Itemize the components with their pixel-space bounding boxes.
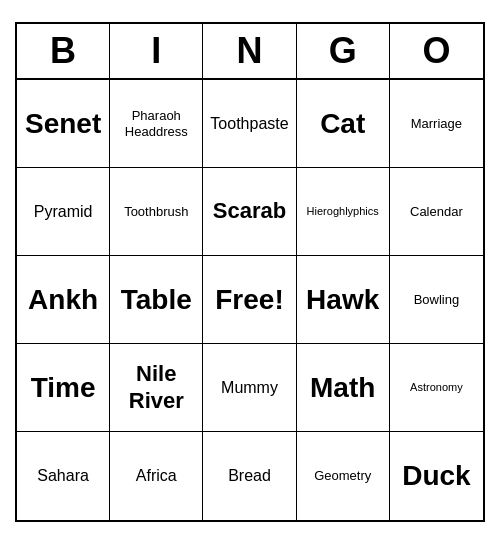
bingo-grid: SenetPharaoh HeaddressToothpasteCatMarri… (17, 80, 483, 520)
cell-text: Table (121, 283, 192, 317)
cell-text: Sahara (37, 466, 89, 485)
bingo-cell: Mummy (203, 344, 296, 432)
bingo-cell: Calendar (390, 168, 483, 256)
cell-text: Astronomy (410, 381, 463, 394)
bingo-cell: Hieroghlyphics (297, 168, 390, 256)
bingo-letter: N (203, 24, 296, 78)
cell-text: Ankh (28, 283, 98, 317)
bingo-cell: Marriage (390, 80, 483, 168)
cell-text: Calendar (410, 204, 463, 220)
bingo-cell: Time (17, 344, 110, 432)
bingo-cell: Senet (17, 80, 110, 168)
cell-text: Marriage (411, 116, 462, 132)
cell-text: Mummy (221, 378, 278, 397)
cell-text: Africa (136, 466, 177, 485)
cell-text: Free! (215, 283, 283, 317)
bingo-cell: Cat (297, 80, 390, 168)
cell-text: Senet (25, 107, 101, 141)
bingo-letter: B (17, 24, 110, 78)
bingo-cell: Astronomy (390, 344, 483, 432)
cell-text: Pyramid (34, 202, 93, 221)
bingo-cell: Math (297, 344, 390, 432)
cell-text: Hieroghlyphics (307, 205, 379, 218)
cell-text: Nile River (114, 361, 198, 414)
cell-text: Cat (320, 107, 365, 141)
bingo-cell: Sahara (17, 432, 110, 520)
bingo-cell: Duck (390, 432, 483, 520)
bingo-cell: Nile River (110, 344, 203, 432)
cell-text: Duck (402, 459, 470, 493)
bingo-cell: Toothpaste (203, 80, 296, 168)
bingo-cell: Pyramid (17, 168, 110, 256)
bingo-cell: Toothbrush (110, 168, 203, 256)
cell-text: Toothpaste (210, 114, 288, 133)
bingo-cell: Geometry (297, 432, 390, 520)
bingo-cell: Scarab (203, 168, 296, 256)
bingo-cell: Free! (203, 256, 296, 344)
bingo-cell: Ankh (17, 256, 110, 344)
cell-text: Scarab (213, 198, 286, 224)
bingo-cell: Bowling (390, 256, 483, 344)
bingo-letter: G (297, 24, 390, 78)
bingo-cell: Pharaoh Headdress (110, 80, 203, 168)
bingo-cell: Hawk (297, 256, 390, 344)
bingo-cell: Table (110, 256, 203, 344)
bingo-card: BINGO SenetPharaoh HeaddressToothpasteCa… (15, 22, 485, 522)
cell-text: Toothbrush (124, 204, 188, 220)
cell-text: Time (31, 371, 96, 405)
bingo-letter: O (390, 24, 483, 78)
bingo-cell: Bread (203, 432, 296, 520)
cell-text: Bowling (414, 292, 460, 308)
cell-text: Bread (228, 466, 271, 485)
bingo-header: BINGO (17, 24, 483, 80)
cell-text: Pharaoh Headdress (114, 108, 198, 139)
cell-text: Hawk (306, 283, 379, 317)
cell-text: Geometry (314, 468, 371, 484)
cell-text: Math (310, 371, 375, 405)
bingo-letter: I (110, 24, 203, 78)
bingo-cell: Africa (110, 432, 203, 520)
